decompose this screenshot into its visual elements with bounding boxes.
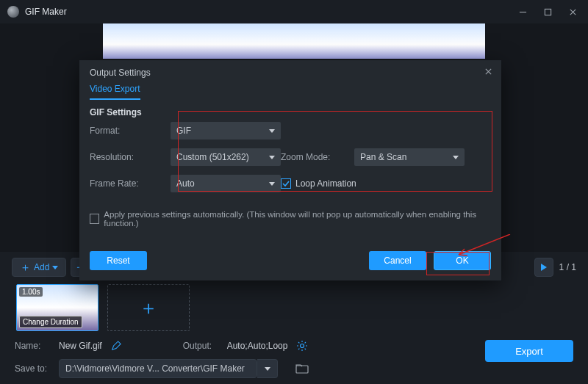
cancel-button[interactable]: Cancel: [369, 251, 426, 270]
name-value: New Gif.gif: [59, 341, 102, 351]
loop-animation-label: Loop Animation: [295, 178, 356, 189]
add-button-label: Add: [34, 262, 49, 272]
minimize-button[interactable]: [510, 0, 535, 23]
apply-previous-label: Apply previous settings automatically. (…: [104, 210, 491, 228]
app-logo-icon: [7, 6, 19, 18]
save-to-label: Save to:: [15, 363, 50, 374]
page-counter: 1 / 1: [559, 262, 576, 272]
format-label: Format:: [90, 126, 171, 136]
chevron-down-icon: [453, 156, 459, 159]
svg-rect-2: [296, 366, 308, 373]
zoom-mode-select[interactable]: Pan & Scan: [354, 148, 465, 166]
tab-video-export[interactable]: Video Export: [90, 84, 140, 100]
svg-rect-0: [545, 9, 551, 15]
section-title: GIF Settings: [90, 107, 142, 117]
save-path-input[interactable]: D:\Vidmore\Vidmore V... Converter\GIF Ma…: [59, 359, 257, 378]
output-label: Output:: [183, 341, 218, 351]
titlebar: GIF Maker: [0, 0, 588, 23]
play-icon: [541, 264, 547, 271]
chevron-down-icon: [52, 266, 58, 269]
resolution-label: Resolution:: [90, 152, 171, 162]
format-select[interactable]: GIF: [171, 122, 281, 140]
maximize-button[interactable]: [535, 0, 560, 23]
edit-name-icon[interactable]: [111, 341, 121, 351]
chevron-down-icon: [269, 129, 275, 133]
chevron-down-icon: [269, 182, 275, 186]
add-clip-slot[interactable]: ＋: [107, 284, 190, 331]
save-path-dropdown[interactable]: [257, 359, 278, 378]
name-label: Name:: [15, 341, 50, 351]
chevron-down-icon: [265, 367, 270, 371]
play-button[interactable]: [534, 258, 553, 277]
zoom-mode-label: Zoom Mode:: [281, 152, 354, 162]
dialog-close-button[interactable]: [484, 68, 492, 78]
frame-rate-select[interactable]: Auto: [171, 175, 281, 192]
output-value: Auto;Auto;Loop: [227, 341, 288, 351]
clip-thumbnail[interactable]: 1.00s Change Duration: [16, 284, 98, 331]
output-settings-icon[interactable]: [296, 340, 308, 352]
reset-button[interactable]: Reset: [90, 251, 147, 270]
app-title: GIF Maker: [25, 7, 67, 17]
close-button[interactable]: [560, 0, 585, 23]
frame-rate-label: Frame Rate:: [90, 178, 171, 189]
svg-point-1: [301, 344, 304, 348]
open-folder-button[interactable]: [293, 359, 312, 378]
output-settings-dialog: Output Settings Video Export GIF Setting…: [79, 60, 501, 280]
ok-button[interactable]: OK: [434, 251, 491, 270]
add-button[interactable]: ＋ Add: [12, 258, 66, 277]
resolution-select[interactable]: Custom (501x262): [171, 148, 281, 166]
export-button[interactable]: Export: [485, 340, 573, 362]
apply-previous-checkbox[interactable]: [90, 214, 99, 224]
clip-duration: 1.00s: [19, 287, 43, 297]
dialog-title: Output Settings: [90, 68, 151, 78]
loop-animation-checkbox[interactable]: [281, 178, 291, 189]
chevron-down-icon: [269, 156, 275, 159]
